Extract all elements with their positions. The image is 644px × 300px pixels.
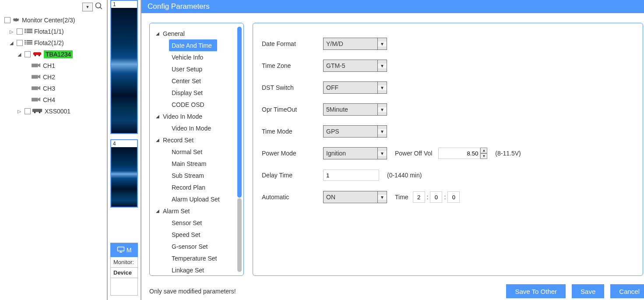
tab-monitor[interactable]: M bbox=[110, 243, 138, 257]
tree-fleet[interactable]: ▷ Flota1(1/1) bbox=[4, 26, 105, 37]
scrollbar[interactable] bbox=[237, 27, 242, 272]
svg-rect-6 bbox=[25, 32, 26, 33]
filter-dropdown[interactable]: ▼ bbox=[82, 3, 93, 11]
tree-label: XSS0001 bbox=[45, 108, 70, 115]
hint-power-off-vol: (8-11.5V) bbox=[495, 150, 521, 157]
nav-item-record-plan[interactable]: Record Plan bbox=[156, 181, 241, 193]
select-timezone[interactable]: GTM-5▼ bbox=[323, 60, 387, 72]
label-automatic: Automatic bbox=[262, 194, 323, 201]
select-dst[interactable]: OFF▼ bbox=[323, 81, 387, 94]
nav-item-gsensor-set[interactable]: G-sensor Set bbox=[156, 240, 241, 252]
nav-item-date-time[interactable]: Date And Time bbox=[169, 39, 217, 51]
svg-rect-9 bbox=[27, 40, 33, 41]
svg-rect-3 bbox=[27, 28, 33, 29]
save-to-other-button[interactable]: Save To Other bbox=[506, 284, 566, 298]
input-time-h[interactable] bbox=[413, 191, 425, 203]
select-opr-timeout[interactable]: 5Minute▼ bbox=[323, 103, 387, 116]
nav-item-vehicle-info[interactable]: Vehicle Info bbox=[156, 51, 241, 63]
tree-channel[interactable]: CH4 bbox=[4, 94, 105, 106]
svg-point-26 bbox=[34, 112, 36, 113]
select-time-mode[interactable]: GPS▼ bbox=[323, 125, 387, 138]
nav-item-display-set[interactable]: Display Set bbox=[156, 87, 241, 99]
svg-rect-10 bbox=[25, 42, 26, 42]
save-button[interactable]: Save bbox=[572, 284, 604, 298]
svg-rect-2 bbox=[25, 28, 26, 29]
input-delay-time[interactable] bbox=[323, 169, 379, 181]
svg-rect-21 bbox=[32, 86, 38, 90]
svg-rect-7 bbox=[27, 32, 33, 33]
svg-rect-19 bbox=[32, 75, 38, 78]
input-time-s[interactable] bbox=[447, 191, 460, 203]
tree-vehicle[interactable]: ◢ TBA1234 bbox=[4, 49, 105, 60]
checkbox[interactable] bbox=[17, 40, 23, 46]
nav-item-normal-set[interactable]: Normal Set bbox=[156, 146, 241, 158]
thumbnail-strip: 1 4 M Monitor: Device bbox=[108, 0, 141, 300]
nav-item-code-osd[interactable]: CODE OSD bbox=[156, 99, 241, 110]
checkbox[interactable] bbox=[25, 108, 31, 114]
svg-rect-8 bbox=[25, 40, 26, 41]
tree-vehicle[interactable]: ▷ XSS0001 bbox=[4, 106, 105, 117]
tab-device-row[interactable]: Device bbox=[110, 268, 138, 278]
thumbnail[interactable]: 1 bbox=[110, 0, 138, 134]
chevron-down-icon: ▼ bbox=[378, 151, 387, 156]
config-nav: ◢General Date And Time Vehicle Info User… bbox=[149, 23, 244, 276]
config-form: Date Format Y/M/D▼ Time Zone GTM-5▼ DST … bbox=[253, 23, 643, 276]
nav-item-video-in-mode[interactable]: Video In Mode bbox=[156, 122, 241, 134]
page-title: Config Parameters bbox=[141, 0, 644, 13]
nav-item-alarm-upload[interactable]: Alarm Upload Set bbox=[156, 193, 241, 205]
nav-item-temperature-set[interactable]: Temperature Set bbox=[156, 252, 241, 264]
tab-monitor-row[interactable]: Monitor: bbox=[110, 257, 138, 268]
tree-label: CH1 bbox=[43, 62, 55, 69]
monitor-icon bbox=[117, 246, 125, 254]
caret-right-icon[interactable]: ▷ bbox=[10, 29, 15, 35]
chevron-down-icon: ▼ bbox=[378, 129, 387, 134]
chevron-down-icon: ▼ bbox=[378, 85, 387, 90]
list-icon bbox=[25, 39, 32, 47]
label-delay-time: Delay Time bbox=[262, 172, 323, 179]
nav-group-general[interactable]: ◢General bbox=[156, 28, 241, 39]
nav-item-sensor-set[interactable]: Sensor Set bbox=[156, 217, 241, 229]
cancel-button[interactable]: Cancel bbox=[610, 284, 644, 298]
input-time-m[interactable] bbox=[430, 191, 442, 203]
tree-channel[interactable]: CH2 bbox=[4, 71, 105, 83]
nav-group-video-in[interactable]: ◢Video In Mode bbox=[156, 110, 241, 122]
nav-item-center-set[interactable]: Center Set bbox=[156, 75, 241, 87]
input-power-off-vol[interactable] bbox=[438, 148, 480, 159]
checkbox[interactable] bbox=[25, 51, 31, 57]
select-automatic[interactable]: ON▼ bbox=[323, 191, 387, 203]
select-power-mode[interactable]: Ignition▼ bbox=[323, 147, 387, 159]
tree-label: CH3 bbox=[43, 85, 55, 92]
caret-down-icon[interactable]: ◢ bbox=[18, 52, 23, 57]
select-date-format[interactable]: Y/M/D▼ bbox=[323, 38, 387, 50]
tree-root[interactable]: Monitor Center(2/3) bbox=[4, 14, 105, 26]
nav-group-alarm-set[interactable]: ◢Alarm Set bbox=[156, 205, 241, 217]
car-icon bbox=[32, 51, 42, 58]
svg-rect-23 bbox=[32, 98, 38, 101]
nav-item-speed-set[interactable]: Speed Set bbox=[156, 229, 241, 240]
checkbox[interactable] bbox=[17, 28, 23, 35]
svg-rect-11 bbox=[27, 42, 33, 42]
tree-fleet[interactable]: ◢ Flota2(1/2) bbox=[4, 37, 105, 49]
svg-rect-12 bbox=[25, 43, 26, 44]
chevron-down-icon: ▼ bbox=[378, 195, 387, 200]
caret-down-icon[interactable]: ◢ bbox=[10, 40, 15, 46]
tree-channel[interactable]: CH3 bbox=[4, 83, 105, 94]
gear-icon bbox=[12, 16, 20, 25]
tab-empty bbox=[110, 278, 138, 296]
checkbox[interactable] bbox=[4, 17, 11, 23]
nav-item-main-stream[interactable]: Main Stream bbox=[156, 158, 241, 169]
spinner-down[interactable]: ▼ bbox=[480, 153, 487, 159]
thumbnail[interactable]: 4 bbox=[110, 139, 138, 208]
spinner-up[interactable]: ▲ bbox=[480, 148, 487, 153]
nav-item-linkage-set[interactable]: Linkage Set bbox=[156, 264, 241, 276]
camera-icon bbox=[32, 62, 41, 69]
device-tree-panel: ▼ Monitor Center(2/3) ▷ Flota1(1/1) bbox=[0, 0, 107, 300]
search-icon[interactable] bbox=[95, 2, 103, 12]
tree-channel[interactable]: CH1 bbox=[4, 60, 105, 71]
svg-point-27 bbox=[39, 112, 41, 113]
caret-right-icon[interactable]: ▷ bbox=[18, 109, 23, 114]
nav-item-sub-stream[interactable]: Sub Stream bbox=[156, 169, 241, 181]
nav-group-record-set[interactable]: ◢Record Set bbox=[156, 134, 241, 146]
nav-item-user-setup[interactable]: User Setup bbox=[156, 63, 241, 75]
bus-icon bbox=[32, 108, 43, 115]
